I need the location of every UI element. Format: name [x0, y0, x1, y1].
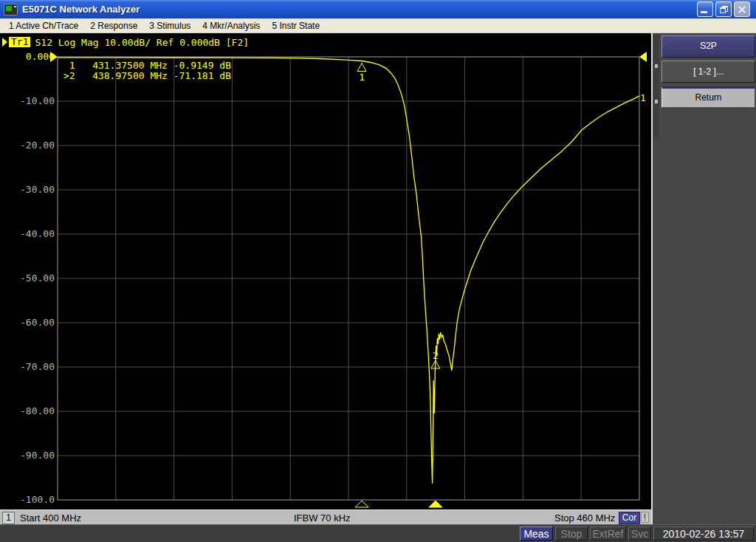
marker-1-readout: 1 431.37500 MHz -0.9149 dB: [63, 61, 231, 71]
channel-number-badge: 1: [2, 512, 15, 524]
instrument-status-bar: Meas Stop ExtRef Svc 2010-02-26 13:57: [0, 524, 756, 542]
y-axis-tick: -60.00: [0, 317, 55, 329]
trace-format-label: S12 Log Mag 10.00dB/ Ref 0.000dB [F2]: [35, 37, 249, 48]
softkey-scrollbar[interactable]: [653, 35, 659, 138]
scroll-mark: [655, 100, 658, 103]
trace-end-channel-label: 1: [640, 92, 646, 103]
marker-2-number: 2: [433, 350, 439, 361]
clock-label: 2010-02-26 13:57: [653, 526, 754, 541]
menu-stimulus[interactable]: 3 Stimulus: [145, 20, 195, 32]
window-titlebar: E5071C Network Analyzer: [0, 0, 756, 18]
restore-icon: [720, 6, 728, 13]
softkey-s2p[interactable]: S2P: [662, 35, 755, 58]
softkey-ports-1-2[interactable]: [ 1-2 ]...: [662, 61, 755, 83]
marker-1-number: 1: [359, 72, 365, 83]
menu-bar: 1 Active Ch/Trace 2 Response 3 Stimulus …: [0, 18, 756, 33]
softkey-return[interactable]: Return: [662, 86, 755, 108]
window-controls: [697, 1, 750, 17]
stop-frequency-label: Stop 460 MHz: [554, 512, 615, 524]
window-title: E5071C Network Analyzer: [22, 4, 140, 15]
marker-2-readout: >2 438.97500 MHz -71.181 dB: [63, 71, 231, 81]
meas-status-badge: Meas: [520, 526, 553, 541]
ifbw-label: IFBW 70 kHz: [294, 512, 351, 524]
app-icon: [4, 4, 18, 16]
y-axis-tick: -80.00: [0, 405, 55, 417]
softkey-menu: S2P [ 1-2 ]... Return: [651, 33, 756, 524]
minimize-button[interactable]: [697, 1, 713, 17]
correction-status-badge: Cor: [619, 512, 640, 524]
menu-mkr-analysis[interactable]: 4 Mkr/Analysis: [198, 20, 264, 32]
channel-status-bar: 1 Start 400 MHz IFBW 70 kHz Stop 460 MHz…: [0, 510, 651, 524]
y-axis-tick: -90.00: [0, 450, 55, 462]
close-button[interactable]: [734, 1, 750, 17]
minimize-icon: [701, 11, 707, 13]
marker-2-stimulus-indicator: [429, 501, 442, 507]
y-axis-tick: -50.00: [0, 272, 55, 284]
y-axis-tick: 0.000: [0, 51, 55, 63]
y-axis-tick: -20.00: [0, 140, 55, 151]
extref-status-badge: ExtRef: [590, 526, 626, 541]
marker-readout: 1 431.37500 MHz -0.9149 dB >2 438.97500 …: [63, 61, 231, 80]
y-axis-tick: -10.00: [0, 95, 55, 107]
menu-instr-state[interactable]: 5 Instr State: [267, 20, 324, 32]
measurement-screen: 121 Tr1 S12 Log Mag 10.00dB/ Ref 0.000dB…: [0, 33, 651, 510]
restore-button[interactable]: [715, 1, 732, 17]
scroll-mark: [655, 64, 658, 68]
y-axis-tick: -70.00: [0, 361, 55, 373]
marker-1-symbol: [357, 63, 366, 71]
graph-area: 121: [0, 33, 651, 510]
ref-level-indicator-right: [639, 52, 647, 62]
marker-1-stimulus-indicator: [355, 501, 368, 507]
y-axis-tick: -100.0: [0, 494, 55, 506]
stop-status-badge: Stop: [555, 526, 588, 541]
menu-response[interactable]: 2 Response: [86, 20, 142, 32]
start-frequency-label: Start 400 MHz: [20, 512, 81, 524]
y-axis-tick: -30.00: [0, 184, 55, 196]
svc-status-badge: Svc: [628, 526, 651, 541]
alert-badge: !: [641, 512, 649, 523]
y-axis-tick: -40.00: [0, 228, 55, 240]
y-axis-labels: 0.000-10.00-20.00-30.00-40.00-50.00-60.0…: [0, 33, 55, 510]
menu-active-ch-trace[interactable]: 1 Active Ch/Trace: [4, 20, 83, 32]
